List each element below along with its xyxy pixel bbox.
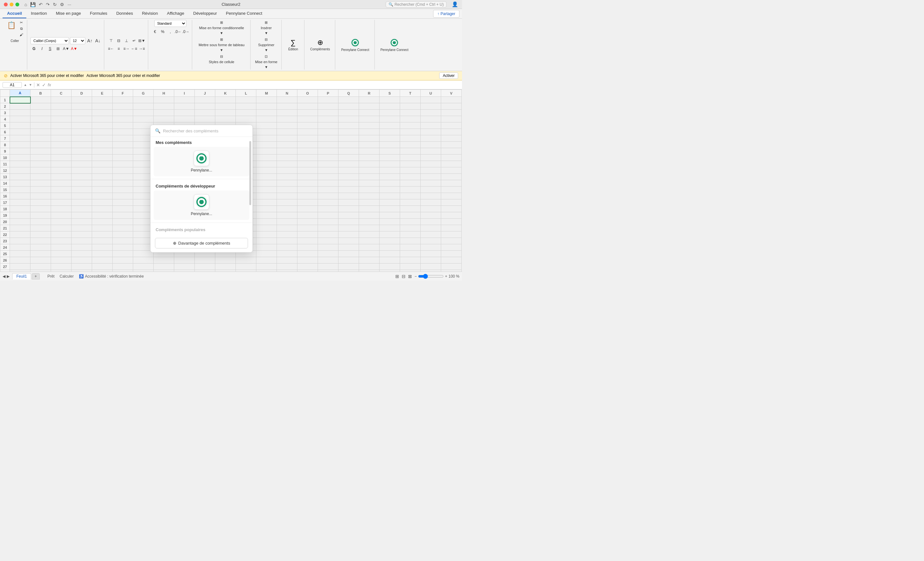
- cell-A19[interactable]: [10, 212, 30, 218]
- cell-M26[interactable]: [256, 257, 277, 263]
- cell-C8[interactable]: [51, 142, 72, 148]
- cell-N21[interactable]: [277, 225, 297, 232]
- cell-L28[interactable]: [236, 270, 256, 272]
- col-header-J[interactable]: J: [195, 90, 215, 97]
- cell-F11[interactable]: [112, 161, 133, 168]
- cell-S18[interactable]: [380, 206, 400, 212]
- cell-H28[interactable]: [154, 270, 174, 272]
- cell-F1[interactable]: [112, 97, 133, 103]
- cell-T2[interactable]: [400, 103, 421, 110]
- cell-A10[interactable]: [10, 154, 30, 161]
- cell-V11[interactable]: [441, 161, 462, 168]
- cell-C24[interactable]: [51, 244, 72, 251]
- cell-N4[interactable]: [277, 116, 297, 123]
- cell-O9[interactable]: [297, 148, 318, 154]
- cell-Q6[interactable]: [339, 129, 359, 135]
- cell-O25[interactable]: [297, 251, 318, 257]
- cell-Q11[interactable]: [339, 161, 359, 168]
- align-left-btn[interactable]: ≡←: [108, 45, 114, 52]
- cell-P5[interactable]: [318, 123, 339, 129]
- cell-T3[interactable]: [400, 110, 421, 116]
- cell-D4[interactable]: [72, 116, 92, 123]
- cell-I3[interactable]: [174, 110, 195, 116]
- cell-O1[interactable]: [297, 97, 318, 103]
- cell-N6[interactable]: [277, 129, 297, 135]
- cell-E2[interactable]: [92, 103, 112, 110]
- cell-A13[interactable]: [10, 174, 30, 180]
- cell-S25[interactable]: [380, 251, 400, 257]
- cell-V24[interactable]: [441, 244, 462, 251]
- cell-U3[interactable]: [421, 110, 441, 116]
- merge-btn[interactable]: ⊞▼: [138, 37, 146, 44]
- underline-button[interactable]: S: [46, 45, 54, 52]
- cell-H4[interactable]: [154, 116, 174, 123]
- cell-R19[interactable]: [359, 212, 380, 218]
- cell-I28[interactable]: [174, 270, 195, 272]
- cell-E23[interactable]: [92, 238, 112, 244]
- cell-C5[interactable]: [51, 123, 72, 129]
- cell-A22[interactable]: [10, 232, 30, 238]
- share-button[interactable]: ↑ Partager: [433, 10, 459, 18]
- cell-T19[interactable]: [400, 212, 421, 218]
- cell-U2[interactable]: [421, 103, 441, 110]
- undo-icon[interactable]: ↶: [39, 2, 43, 7]
- cell-N28[interactable]: [277, 270, 297, 272]
- cell-S27[interactable]: [380, 263, 400, 270]
- user-icon[interactable]: 👤: [452, 1, 458, 7]
- cell-Q5[interactable]: [339, 123, 359, 129]
- cell-R26[interactable]: [359, 257, 380, 263]
- cell-T25[interactable]: [400, 251, 421, 257]
- cell-R2[interactable]: [359, 103, 380, 110]
- cell-K27[interactable]: [215, 263, 236, 270]
- cell-K3[interactable]: [215, 110, 236, 116]
- cell-V1[interactable]: [441, 97, 462, 103]
- cell-E15[interactable]: [92, 187, 112, 193]
- cell-U23[interactable]: [421, 238, 441, 244]
- cell-H27[interactable]: [154, 263, 174, 270]
- cell-S4[interactable]: [380, 116, 400, 123]
- cell-V23[interactable]: [441, 238, 462, 244]
- cell-B5[interactable]: [30, 123, 51, 129]
- cell-F9[interactable]: [112, 148, 133, 154]
- cell-C14[interactable]: [51, 180, 72, 187]
- cell-P24[interactable]: [318, 244, 339, 251]
- cell-B4[interactable]: [30, 116, 51, 123]
- cell-E19[interactable]: [92, 212, 112, 218]
- cell-M1[interactable]: [256, 97, 277, 103]
- cell-U17[interactable]: [421, 199, 441, 206]
- cell-E16[interactable]: [92, 193, 112, 199]
- insert-btn[interactable]: ⊞Insérer▼: [260, 20, 273, 36]
- col-header-T[interactable]: T: [400, 90, 421, 97]
- col-header-H[interactable]: H: [154, 90, 174, 97]
- cell-B28[interactable]: [30, 270, 51, 272]
- cell-B9[interactable]: [30, 148, 51, 154]
- cell-U18[interactable]: [421, 206, 441, 212]
- col-header-I[interactable]: I: [174, 90, 195, 97]
- copy-button[interactable]: ⧉: [18, 26, 24, 31]
- cell-E1[interactable]: [92, 97, 112, 103]
- cell-C17[interactable]: [51, 199, 72, 206]
- cell-A11[interactable]: [10, 161, 30, 168]
- cell-C11[interactable]: [51, 161, 72, 168]
- cell-C21[interactable]: [51, 225, 72, 232]
- cell-P1[interactable]: [318, 97, 339, 103]
- col-header-V[interactable]: V: [441, 90, 462, 97]
- cell-V6[interactable]: [441, 129, 462, 135]
- cell-O17[interactable]: [297, 199, 318, 206]
- cell-V28[interactable]: [441, 270, 462, 272]
- cell-Q20[interactable]: [339, 218, 359, 225]
- cell-V27[interactable]: [441, 263, 462, 270]
- col-header-B[interactable]: B: [30, 90, 51, 97]
- cell-S14[interactable]: [380, 180, 400, 187]
- cell-G3[interactable]: [133, 110, 154, 116]
- cell-L3[interactable]: [236, 110, 256, 116]
- formula-bar-arrow-up[interactable]: ▲: [24, 83, 27, 87]
- cell-C15[interactable]: [51, 187, 72, 193]
- cell-A26[interactable]: [10, 257, 30, 263]
- cell-Q14[interactable]: [339, 180, 359, 187]
- cell-B20[interactable]: [30, 218, 51, 225]
- cell-Q19[interactable]: [339, 212, 359, 218]
- cell-D7[interactable]: [72, 135, 92, 142]
- cell-C22[interactable]: [51, 232, 72, 238]
- cell-S7[interactable]: [380, 135, 400, 142]
